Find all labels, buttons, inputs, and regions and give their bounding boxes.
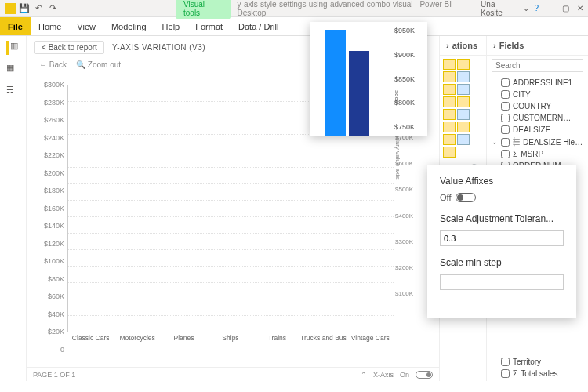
y-tick-label: $280K <box>36 99 64 107</box>
visualizations-header[interactable]: ›ations <box>440 36 486 56</box>
min-step-input[interactable] <box>440 274 564 290</box>
chevron-down-icon: ⌄ <box>523 4 529 13</box>
bottom-chevron-icon[interactable]: ⌃ <box>361 371 367 379</box>
viz-type-icon[interactable] <box>443 122 456 132</box>
field-label: COUNTRY <box>513 102 551 111</box>
popout-tick: $950K <box>394 27 426 34</box>
tab-format[interactable]: Format <box>187 17 230 35</box>
back-to-report-button[interactable]: < Back to report <box>34 41 104 54</box>
quick-access-toolbar: 💾 ↶ ↷ <box>5 3 58 14</box>
fields-search-input[interactable] <box>492 59 583 72</box>
viz-type-icon[interactable] <box>443 59 456 70</box>
field-item[interactable]: ⌄⬱DEALSIZE Hie… <box>492 136 583 148</box>
app-icon <box>5 3 16 14</box>
user-area[interactable]: Una Kosite ⌄ ? <box>481 0 539 17</box>
field-label: DEALSIZE Hie… <box>523 138 583 147</box>
category-label: Planes <box>161 334 207 350</box>
field-label: CITY <box>513 90 531 99</box>
viz-type-icon[interactable] <box>457 59 470 70</box>
field-item[interactable]: COUNTRY <box>492 100 583 112</box>
category-label: Classic Cars <box>67 334 114 350</box>
help-icon[interactable]: ? <box>534 4 539 13</box>
y-tick-label: $120K <box>36 240 64 248</box>
field-item[interactable]: DEALSIZE <box>492 124 583 136</box>
field-label: Total sales <box>521 369 557 378</box>
field-item[interactable]: ΣMSRP <box>492 148 583 160</box>
y-tick-label: $180K <box>36 187 64 194</box>
minimize-icon[interactable]: — <box>546 4 554 13</box>
tab-home[interactable]: Home <box>31 17 69 35</box>
viz-type-icon[interactable] <box>457 96 470 107</box>
viz-type-icon[interactable] <box>457 122 470 132</box>
zoom-out-button[interactable]: 🔍 Zoom out <box>76 60 121 69</box>
popout-plot: seco <box>310 22 393 136</box>
tab-modeling[interactable]: Modeling <box>103 17 154 35</box>
viz-type-icon[interactable] <box>443 134 456 145</box>
card-title: Value Affixes <box>440 176 564 187</box>
ribbon-tabs: File Home View Modeling Help Format Data… <box>0 17 588 36</box>
viz-type-icon[interactable] <box>457 134 470 145</box>
field-item[interactable]: CUSTOMERN… <box>492 112 583 124</box>
close-icon[interactable]: ✕ <box>577 4 583 13</box>
popout-y-labels: $950K$900K$850K$800K$750K <box>393 22 427 136</box>
category-axis: Classic CarsMotorcyclesPlanesShipsTrains… <box>67 334 394 350</box>
viz-type-icon[interactable] <box>443 147 456 158</box>
field-label: CUSTOMERN… <box>513 114 571 122</box>
tab-view[interactable]: View <box>69 17 103 35</box>
field-item[interactable]: Territory <box>492 356 583 368</box>
tab-file[interactable]: File <box>0 17 31 35</box>
field-item[interactable]: ΣTotal sales <box>492 368 583 379</box>
y-tick-label: $220K <box>36 151 64 159</box>
model-view-icon[interactable]: ☴ <box>6 85 20 99</box>
category-label: Ships <box>207 334 253 350</box>
y-tick-label: $80K <box>36 275 64 283</box>
viz-type-icon[interactable] <box>457 109 470 120</box>
title-bar: 💾 ↶ ↷ Visual tools y-axis-style-settings… <box>0 0 588 17</box>
y-tick-label: $300K <box>36 81 64 89</box>
view-switcher: ▥ ▦ ☴ <box>0 36 27 381</box>
field-checkbox[interactable] <box>501 114 510 122</box>
field-checkbox[interactable] <box>501 138 510 147</box>
field-checkbox[interactable] <box>501 369 510 378</box>
sigma-icon: Σ <box>513 369 517 378</box>
viz-type-icon[interactable] <box>457 84 470 95</box>
data-view-icon[interactable]: ▦ <box>6 63 20 77</box>
popout-bar-primary <box>325 30 346 136</box>
field-checkbox[interactable] <box>501 78 510 87</box>
field-checkbox[interactable] <box>501 125 510 134</box>
viz-type-icon[interactable] <box>443 96 456 107</box>
viz-type-icon[interactable] <box>457 71 470 82</box>
affixes-toggle[interactable] <box>456 193 476 202</box>
viz-type-icon[interactable] <box>443 109 456 120</box>
y-tick-label: $140K <box>36 222 64 230</box>
field-checkbox[interactable] <box>501 102 510 111</box>
tab-help[interactable]: Help <box>154 17 188 35</box>
report-view-icon[interactable]: ▥ <box>6 41 20 55</box>
maximize-icon[interactable]: ▢ <box>562 4 569 13</box>
viz-type-icon[interactable] <box>443 71 456 82</box>
viz-gallery <box>440 56 486 161</box>
field-checkbox[interactable] <box>501 358 510 366</box>
tab-data-drill[interactable]: Data / Drill <box>230 17 286 35</box>
chart-back-button[interactable]: ← Back <box>39 60 67 69</box>
tolerance-input[interactable] <box>440 230 564 246</box>
chevron-right-icon: › <box>446 41 449 50</box>
viz-type-icon[interactable] <box>443 84 456 95</box>
undo-icon[interactable]: ↶ <box>33 3 44 14</box>
y-tick-label: $60K <box>36 292 64 300</box>
field-item[interactable]: ADDRESSLINE1 <box>492 77 583 89</box>
redo-icon[interactable]: ↷ <box>47 3 58 14</box>
contextual-tab-label: Visual tools <box>176 0 231 19</box>
field-checkbox[interactable] <box>501 150 510 158</box>
fields-header[interactable]: ›Fields <box>487 36 588 56</box>
field-list-tail: TerritoryΣTotal sales <box>487 354 588 381</box>
save-icon[interactable]: 💾 <box>19 3 30 14</box>
popout-y2-title: seco <box>394 90 401 103</box>
field-item[interactable]: CITY <box>492 89 583 100</box>
hierarchy-icon: ⬱ <box>513 137 520 147</box>
xaxis-section-label: X-Axis <box>373 371 394 379</box>
xaxis-toggle[interactable] <box>416 371 433 379</box>
popout-bar-secondary <box>349 51 369 136</box>
value-affixes-card: Value Affixes Off Scale Adjustment Toler… <box>427 165 576 318</box>
field-checkbox[interactable] <box>501 90 510 99</box>
